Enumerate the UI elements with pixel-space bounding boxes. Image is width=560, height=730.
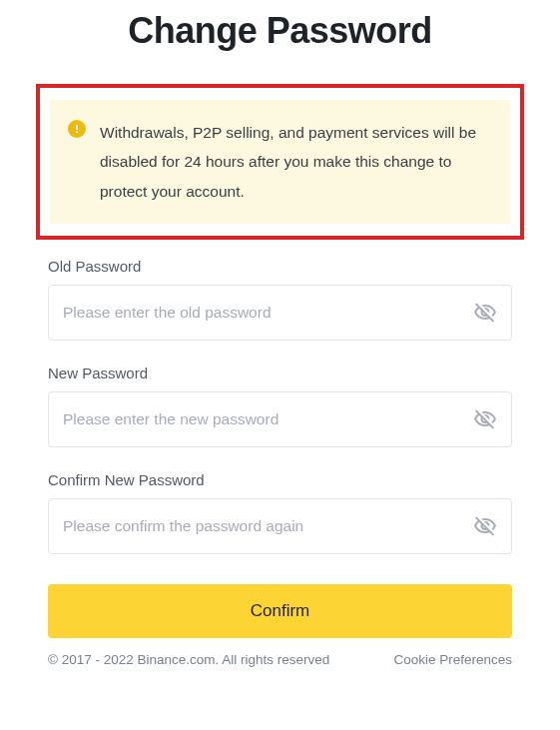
- warning-text: Withdrawals, P2P selling, and payment se…: [100, 118, 492, 206]
- old-password-wrapper: [48, 285, 512, 341]
- new-password-input[interactable]: [63, 392, 473, 446]
- confirm-password-wrapper: [48, 498, 512, 554]
- svg-rect-0: [76, 125, 78, 130]
- footer: © 2017 - 2022 Binance.com. All rights re…: [48, 652, 512, 667]
- confirm-password-input[interactable]: [63, 499, 473, 553]
- cookie-preferences-link[interactable]: Cookie Preferences: [393, 652, 512, 667]
- warning-banner: Withdrawals, P2P selling, and payment se…: [50, 100, 510, 224]
- eye-off-icon[interactable]: [473, 514, 497, 538]
- new-password-label: New Password: [48, 365, 512, 381]
- copyright-text: © 2017 - 2022 Binance.com. All rights re…: [48, 652, 329, 667]
- old-password-input[interactable]: [63, 286, 473, 340]
- old-password-group: Old Password: [48, 258, 512, 341]
- confirm-password-label: Confirm New Password: [48, 471, 512, 488]
- warning-icon: [68, 120, 86, 138]
- svg-rect-1: [76, 131, 78, 133]
- warning-highlight-frame: Withdrawals, P2P selling, and payment se…: [36, 84, 524, 240]
- eye-off-icon[interactable]: [473, 407, 497, 431]
- eye-off-icon[interactable]: [473, 301, 497, 325]
- new-password-group: New Password: [48, 365, 512, 447]
- confirm-button[interactable]: Confirm: [48, 584, 512, 638]
- new-password-wrapper: [48, 391, 512, 447]
- page-title: Change Password: [48, 10, 512, 52]
- confirm-password-group: Confirm New Password: [48, 471, 512, 554]
- old-password-label: Old Password: [48, 258, 512, 275]
